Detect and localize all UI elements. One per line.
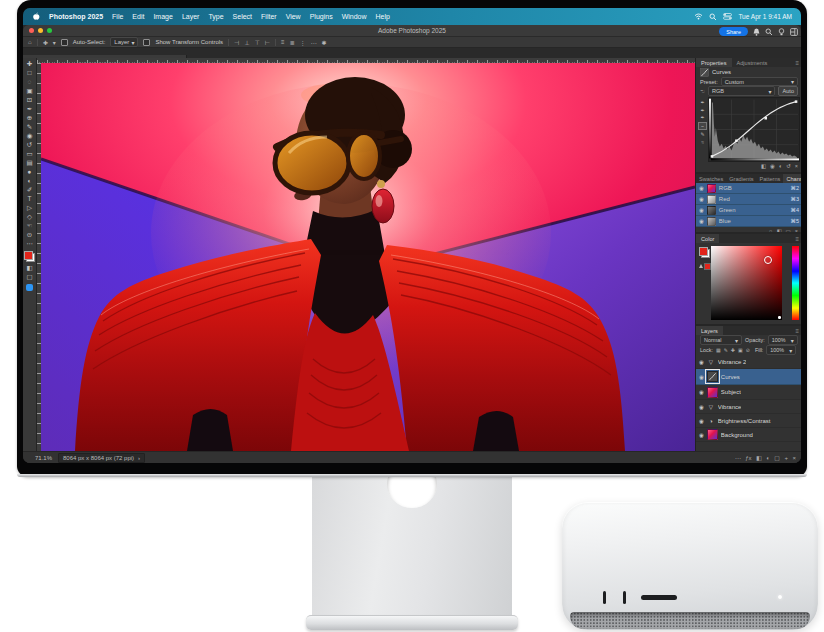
delete-adjustment-icon[interactable]: × bbox=[795, 163, 798, 169]
eyedropper-tool-icon[interactable]: ✒ bbox=[24, 105, 35, 113]
discover-lightbulb-icon[interactable] bbox=[778, 28, 785, 36]
channel-row-rgb[interactable]: ◉ RGB ⌘2 bbox=[696, 183, 801, 194]
smooth-curve-icon[interactable]: ≈ bbox=[701, 139, 704, 145]
channel-row-blue[interactable]: ◉ Blue ⌘5 bbox=[696, 216, 801, 227]
distribute-vertical-icon[interactable]: ≣ bbox=[290, 39, 295, 46]
menu-plugins[interactable]: Plugins bbox=[310, 13, 333, 20]
eraser-tool-icon[interactable]: ▭ bbox=[24, 150, 35, 158]
screen-mode-icon[interactable]: ▢ bbox=[24, 273, 35, 281]
delete-layer-icon[interactable]: × bbox=[792, 455, 796, 461]
zoom-level[interactable]: 71.1% bbox=[35, 455, 52, 461]
control-center-icon[interactable] bbox=[723, 13, 732, 20]
align-bottom-icon[interactable]: ⊥ bbox=[244, 39, 249, 46]
menu-bar-clock[interactable]: Tue Apr 1 9:41 AM bbox=[738, 13, 792, 20]
zoom-tool-icon[interactable]: ⊙ bbox=[24, 231, 35, 239]
tab-patterns[interactable]: Patterns bbox=[757, 174, 784, 183]
show-transform-checkbox[interactable] bbox=[143, 39, 150, 46]
layer-row-subject[interactable]: ◉ Subject bbox=[696, 385, 801, 400]
blur-tool-icon[interactable]: ● bbox=[24, 168, 35, 176]
align-left-icon[interactable]: ⊣ bbox=[234, 39, 239, 46]
reset-icon[interactable]: ↺ bbox=[786, 163, 791, 169]
brush-tool-icon[interactable]: ✎ bbox=[24, 123, 35, 131]
quick-mask-icon[interactable]: ◧ bbox=[24, 264, 35, 272]
black-point-eyedropper-icon[interactable]: ✒ bbox=[700, 99, 704, 105]
apple-logo-icon[interactable] bbox=[32, 12, 40, 21]
pen-tool-icon[interactable]: ✐ bbox=[24, 186, 35, 194]
tab-gradients[interactable]: Gradients bbox=[726, 174, 756, 183]
close-window-button[interactable] bbox=[29, 28, 34, 33]
type-tool-icon[interactable]: T bbox=[24, 195, 35, 203]
preset-dropdown[interactable]: Custom ▾ bbox=[721, 77, 798, 87]
edit-toolbar-icon[interactable]: ⋯ bbox=[24, 240, 35, 248]
blend-mode-dropdown[interactable]: Normal ▾ bbox=[700, 335, 742, 345]
minimize-window-button[interactable] bbox=[38, 28, 43, 33]
history-brush-tool-icon[interactable]: ↺ bbox=[24, 141, 35, 149]
draw-curve-pencil-icon[interactable]: ✎ bbox=[700, 131, 704, 137]
gamut-warning[interactable] bbox=[699, 263, 711, 270]
canvas-artwork[interactable] bbox=[41, 63, 695, 451]
tab-channels[interactable]: Channels bbox=[783, 174, 801, 183]
white-point-eyedropper-icon[interactable]: ✒ bbox=[700, 114, 704, 120]
new-group-icon[interactable]: ▢ bbox=[774, 454, 780, 461]
visibility-eye-icon[interactable]: ◉ bbox=[699, 196, 704, 202]
menu-filter[interactable]: Filter bbox=[261, 13, 277, 20]
add-layer-mask-icon[interactable]: ◧ bbox=[756, 454, 762, 461]
tab-color[interactable]: Color bbox=[696, 234, 719, 243]
lock-pixels-icon[interactable]: ✎ bbox=[724, 347, 728, 353]
visibility-eye-icon[interactable]: ◉ bbox=[699, 389, 704, 395]
panel-menu-icon[interactable]: ≡ bbox=[795, 234, 801, 243]
foreground-color-swatch[interactable] bbox=[24, 251, 33, 260]
panel-menu-icon[interactable]: ≡ bbox=[795, 326, 801, 335]
lock-artboard-icon[interactable]: ▣ bbox=[738, 347, 743, 353]
zoom-window-button[interactable] bbox=[47, 28, 52, 33]
hand-tool-icon[interactable]: ☜ bbox=[24, 222, 35, 230]
layer-row-brightness-contrast[interactable]: ◉ ◑ Brightness/Contrast bbox=[696, 414, 801, 428]
workspace-switcher-icon[interactable] bbox=[790, 28, 798, 36]
lock-transparency-icon[interactable]: ▦ bbox=[716, 347, 721, 353]
layer-thumbnail[interactable] bbox=[707, 387, 718, 398]
visibility-eye-icon[interactable]: ◉ bbox=[699, 218, 704, 224]
auto-button[interactable]: Auto bbox=[778, 86, 798, 96]
menu-type[interactable]: Type bbox=[208, 13, 223, 20]
link-layers-icon[interactable]: ⋯ bbox=[735, 454, 741, 461]
menu-app-name[interactable]: Photoshop 2025 bbox=[49, 13, 103, 20]
tab-properties[interactable]: Properties bbox=[696, 58, 732, 67]
visibility-eye-icon[interactable]: ◉ bbox=[699, 404, 704, 410]
marquee-tool-icon[interactable]: □ bbox=[24, 69, 35, 77]
visibility-eye-icon[interactable]: ◉ bbox=[699, 359, 704, 365]
menu-file[interactable]: File bbox=[112, 13, 123, 20]
channel-row-red[interactable]: ◉ Red ⌘3 bbox=[696, 194, 801, 205]
foreground-color-swatch[interactable] bbox=[699, 247, 708, 256]
menu-select[interactable]: Select bbox=[233, 13, 252, 20]
visibility-eye-icon[interactable]: ◉ bbox=[699, 207, 704, 213]
new-adjustment-layer-icon[interactable]: ◐ bbox=[766, 455, 770, 461]
tab-adjustments[interactable]: Adjustments bbox=[732, 58, 773, 67]
photoshop-badge-icon[interactable] bbox=[26, 284, 33, 291]
layer-row-background[interactable]: ◉ Background bbox=[696, 428, 801, 442]
channel-dropdown[interactable]: RGB ▾ bbox=[708, 86, 776, 96]
lasso-tool-icon[interactable]: ◌ bbox=[24, 78, 35, 86]
lock-all-icon[interactable]: ⊘ bbox=[746, 347, 750, 353]
curves-layer-thumbnail[interactable] bbox=[707, 371, 718, 382]
edit-points-icon[interactable]: ~ bbox=[698, 122, 707, 130]
crop-tool-icon[interactable]: ⊡ bbox=[24, 96, 35, 104]
align-top-icon[interactable]: ⊤ bbox=[255, 39, 260, 46]
auto-select-dropdown[interactable]: Layer ▾ bbox=[110, 37, 138, 47]
layer-thumbnail[interactable] bbox=[707, 429, 718, 440]
more-options-icon[interactable]: ⋯ bbox=[311, 39, 317, 46]
visibility-eye-icon[interactable]: ◉ bbox=[699, 418, 704, 424]
gradient-tool-icon[interactable]: ▤ bbox=[24, 159, 35, 167]
search-icon[interactable] bbox=[709, 13, 717, 21]
object-selection-tool-icon[interactable]: ▣ bbox=[24, 87, 35, 95]
hue-slider[interactable] bbox=[792, 246, 799, 320]
color-picker-cursor[interactable] bbox=[764, 256, 772, 264]
align-right-icon[interactable]: ⊢ bbox=[265, 39, 270, 46]
clone-stamp-tool-icon[interactable]: ◉ bbox=[24, 132, 35, 140]
curves-editor[interactable] bbox=[708, 97, 800, 162]
app-search-icon[interactable] bbox=[765, 28, 773, 36]
gray-point-eyedropper-icon[interactable]: ✒ bbox=[700, 107, 704, 113]
settings-gear-icon[interactable]: ✱ bbox=[322, 39, 327, 46]
panel-menu-icon[interactable]: ≡ bbox=[795, 58, 801, 67]
tab-swatches[interactable]: Swatches bbox=[696, 174, 726, 183]
distribute-horizontal-icon[interactable]: ≡ bbox=[281, 39, 285, 45]
